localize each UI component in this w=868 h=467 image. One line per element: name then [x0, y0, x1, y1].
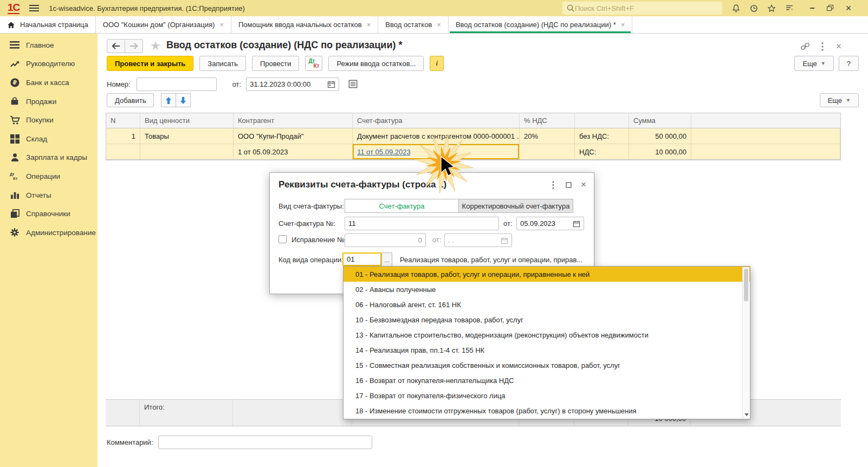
cell-contragent[interactable]: ООО "Купи-Продай" [234, 128, 353, 144]
calendar-icon[interactable] [501, 237, 508, 244]
add-row-button[interactable]: Добавить [107, 93, 154, 107]
col-header-invoice[interactable]: Счет-фактура [353, 113, 520, 128]
tab-balances-new[interactable]: Ввод остатков (создание) (НДС по реализа… [449, 16, 632, 33]
get-link-icon[interactable] [799, 41, 812, 53]
dropdown-item[interactable]: 17 - Возврат от покупателя-физического л… [344, 388, 750, 403]
move-down-button[interactable] [176, 93, 191, 107]
dropdown-item[interactable]: 14 - Реализация прав, пп.1-4 ст. 155 НК [344, 342, 750, 358]
table-more-button[interactable]: Еще▼ [820, 93, 859, 107]
sidebar-item-purchases[interactable]: Покупки [0, 111, 98, 129]
opcode-field[interactable]: 01 [342, 252, 381, 266]
dialog-close-icon[interactable]: × [578, 179, 590, 190]
tab-close-icon[interactable]: × [367, 21, 371, 29]
sidebar-item-operations[interactable]: ДтКт Операции [0, 167, 98, 186]
scroll-down-icon[interactable] [744, 413, 749, 416]
dropdown-item[interactable]: 02 - Авансы полученные [344, 282, 750, 297]
correction-number-field[interactable]: 0 [345, 234, 426, 247]
dialog-maximize-icon[interactable] [562, 179, 574, 190]
calendar-icon[interactable] [327, 80, 335, 88]
col-header-n[interactable]: N [106, 113, 140, 128]
sidebar-item-reports[interactable]: Отчеты [0, 186, 98, 205]
favorites-icon[interactable] [765, 2, 779, 15]
post-and-close-button[interactable]: Провести и закрыть [107, 56, 193, 71]
tab-home[interactable]: Начальная страница [0, 16, 96, 33]
sidebar-item-administration[interactable]: Администрирование [0, 223, 98, 242]
correction-checkbox[interactable] [278, 235, 287, 243]
dialog-more-icon[interactable] [547, 179, 559, 190]
cell-vat[interactable]: 20% [520, 128, 575, 144]
table-toolbar: Добавить Еще▼ [107, 93, 859, 108]
opcode-picker-button[interactable]: ... [381, 252, 392, 267]
cell-sum[interactable]: 50 000,00 [629, 128, 691, 144]
dropdown-item[interactable]: 13 - Капитальное строительство, модерниз… [344, 327, 750, 342]
invoice-date-field[interactable]: 05.09.2023 [516, 217, 584, 230]
invoice-number-field[interactable]: 11 [345, 217, 499, 230]
invoice-kind-option-selected[interactable]: Счет-фактура [345, 199, 458, 213]
balance-entry-mode-button[interactable]: Режим ввода остатков... [328, 56, 424, 71]
tab-assistant[interactable]: Помощник ввода начальных остатков× [231, 16, 378, 33]
more-menu-icon[interactable] [816, 41, 829, 53]
help-button[interactable]: ? [839, 56, 859, 71]
dtkt-icon: ДтКт [9, 171, 20, 181]
cell-sum[interactable]: 10 000,00 [629, 144, 691, 159]
main-menu-icon[interactable] [29, 3, 39, 13]
sidebar-item-catalogs[interactable]: Справочники [0, 204, 98, 223]
col-header-sum[interactable]: Сумма [629, 113, 691, 128]
invoice-kind-option-correction[interactable]: Корректировочный счет-фактура [458, 199, 573, 213]
calendar-icon[interactable] [573, 220, 580, 228]
more-button[interactable]: Еще▼ [794, 56, 833, 71]
col-header-contragent[interactable]: Контрагент [234, 113, 353, 128]
dropdown-item[interactable]: 15 - Совместная реализация собственных и… [344, 358, 750, 373]
tab-close-icon[interactable]: × [437, 21, 441, 29]
minimize-button[interactable]: – [805, 2, 819, 15]
history-icon[interactable] [747, 2, 761, 15]
tab-close-icon[interactable]: × [219, 21, 224, 29]
dropdown-item[interactable]: 10 - Безвозмездная передача товаров, раб… [344, 312, 750, 327]
sidebar-item-warehouse[interactable]: Склад [0, 129, 98, 148]
close-form-icon[interactable]: × [832, 41, 845, 53]
sidebar-item-bank[interactable]: ₽ Банк и касса [0, 73, 98, 92]
dropdown-item[interactable]: 06 - Налоговый агент, ст. 161 НК [344, 297, 750, 312]
books-icon [9, 209, 20, 219]
sidebar-item-main[interactable]: Главное [0, 36, 98, 55]
search-input[interactable] [575, 4, 710, 12]
scrollbar-thumb[interactable] [744, 269, 748, 301]
move-up-button[interactable] [161, 93, 176, 107]
favorite-star-icon[interactable]: ★ [150, 39, 161, 53]
cell-n[interactable]: 1 [106, 128, 140, 144]
sidebar-item-sales[interactable]: Продажи [0, 92, 98, 111]
cell-contragent-doc[interactable]: 1 от 05.09.2023 [234, 144, 353, 159]
tab-close-icon[interactable]: × [621, 21, 625, 29]
functions-menu-icon[interactable] [782, 2, 796, 15]
dropdown-scrollbar[interactable] [742, 267, 749, 418]
sidebar-item-payroll[interactable]: Зарплата и кадры [0, 148, 98, 167]
correction-date-field[interactable]: . . [444, 234, 512, 247]
total-label: Итого: [140, 400, 233, 426]
dropdown-item[interactable]: 18 - Изменение стоимости отгруженных тов… [344, 403, 750, 418]
back-button[interactable] [107, 39, 125, 53]
tab-balances-list[interactable]: Ввод остатков× [378, 16, 449, 33]
restore-button[interactable] [822, 2, 837, 15]
journal-icon[interactable] [348, 80, 358, 88]
forward-button[interactable] [125, 39, 143, 53]
tab-organization[interactable]: ООО "Кошкин дом" (Организация)× [96, 16, 231, 33]
close-window-button[interactable]: × [841, 2, 856, 15]
post-button[interactable]: Провести [252, 56, 300, 71]
number-field[interactable] [137, 77, 217, 91]
date-field[interactable]: 31.12.2023 0:00:00 [246, 77, 339, 91]
search-icon [566, 4, 575, 12]
global-search[interactable] [562, 2, 722, 15]
dtkt-postings-button[interactable]: Дт Кт [305, 56, 322, 71]
dropdown-item[interactable]: 01 - Реализация товаров, работ, услуг и … [344, 267, 750, 282]
info-button[interactable]: i [430, 56, 444, 71]
col-header-vat[interactable]: % НДС [520, 113, 575, 128]
command-bar: Провести и закрыть Записать Провести Дт … [107, 56, 859, 71]
col-header-kind[interactable]: Вид ценности [140, 113, 234, 128]
dropdown-item[interactable]: 16 - Возврат от покупателя-неплательщика… [344, 373, 750, 388]
sidebar-item-manager[interactable]: Руководителю [0, 55, 98, 74]
notifications-icon[interactable] [729, 2, 743, 15]
write-button[interactable]: Записать [199, 56, 246, 71]
comment-field[interactable] [158, 436, 372, 449]
cell-kind[interactable]: Товары [140, 128, 234, 144]
invoice-link[interactable]: 11 от 05.09.2023 [357, 148, 411, 156]
